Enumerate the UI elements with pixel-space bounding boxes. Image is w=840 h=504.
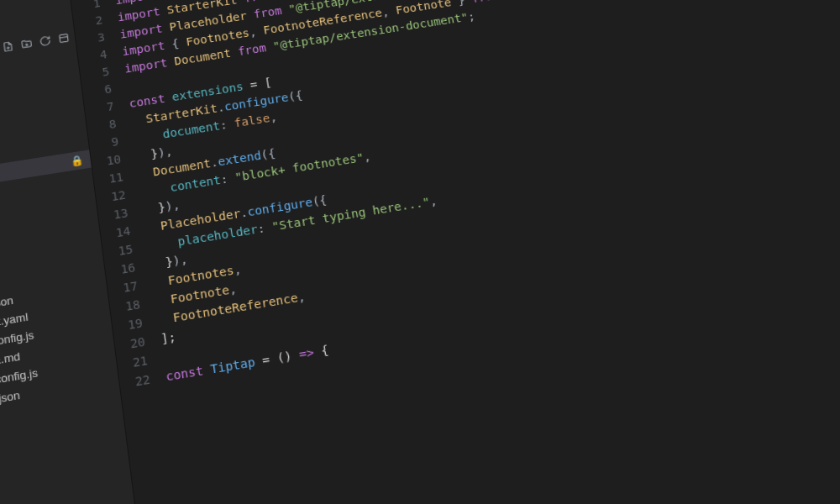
line-number: 22	[118, 370, 151, 394]
collapse-icon[interactable]	[57, 32, 71, 45]
file-label: tsconfig.json	[0, 386, 21, 416]
lock-icon: 🔒	[70, 151, 85, 171]
svg-line-9	[25, 45, 29, 45]
new-folder-icon[interactable]	[20, 38, 34, 50]
svg-line-11	[60, 37, 67, 38]
svg-line-7	[7, 48, 10, 49]
new-file-icon[interactable]	[2, 40, 15, 53]
refresh-icon[interactable]	[39, 34, 52, 47]
svg-rect-10	[60, 34, 68, 42]
editor-pane: src › App.tsx › … 1234567891011121314151…	[68, 0, 840, 504]
code-area[interactable]: import { useEditor, EditorContent } from…	[108, 0, 840, 504]
